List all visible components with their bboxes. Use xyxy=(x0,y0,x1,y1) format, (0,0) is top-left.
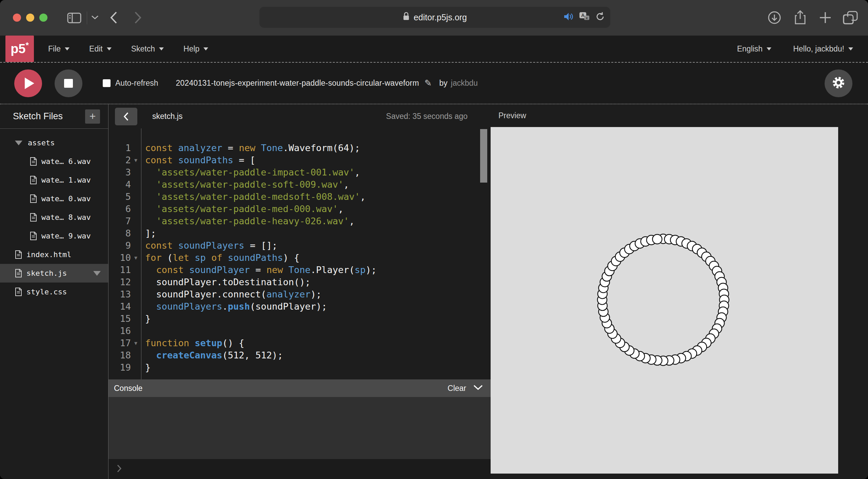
file-label: style.css xyxy=(26,288,67,296)
menu-help[interactable]: Help xyxy=(183,44,208,54)
fold-spacer xyxy=(131,240,141,252)
code-line-4[interactable]: 4 'assets/water-paddle-soft-009.wav', xyxy=(108,179,491,191)
fold-spacer xyxy=(131,313,141,325)
console-clear-button[interactable]: Clear xyxy=(448,384,466,393)
fold-spacer xyxy=(131,325,141,337)
edit-name-pencil-icon[interactable]: ✎ xyxy=(425,78,432,88)
code-line-7[interactable]: 7 'assets/water-paddle-heavy-026.wav', xyxy=(108,215,491,227)
file-wate-0.wav[interactable]: wate… 0.wav xyxy=(0,189,108,208)
address-bar[interactable]: editor.p5js.org Ax xyxy=(259,7,610,28)
code-line-6[interactable]: 6 'assets/water-paddle-med-000.wav', xyxy=(108,203,491,215)
byline: byjackbdu xyxy=(439,79,478,88)
code-text: ]; xyxy=(145,227,156,240)
sidebar-toggle-icon[interactable] xyxy=(66,11,82,26)
sketch-canvas[interactable] xyxy=(491,127,838,474)
minimize-window-button[interactable] xyxy=(26,14,34,22)
menu-sketch[interactable]: Sketch xyxy=(131,44,164,54)
code-line-11[interactable]: 11 const soundPlayer = new Tone.Player(s… xyxy=(108,264,491,276)
code-line-15[interactable]: 15} xyxy=(108,313,491,325)
play-button[interactable] xyxy=(14,69,42,97)
fold-arrow-icon[interactable]: ▼ xyxy=(131,154,141,166)
code-line-19[interactable]: 19} xyxy=(108,361,491,374)
close-window-button[interactable] xyxy=(13,14,21,22)
sidebar-title: Sketch Files xyxy=(13,111,63,122)
new-tab-icon[interactable] xyxy=(818,11,832,26)
share-icon[interactable] xyxy=(793,9,808,27)
code-text: } xyxy=(145,313,151,325)
chevron-down-icon xyxy=(848,47,853,50)
folder-caret-icon[interactable] xyxy=(15,141,22,145)
chevron-down-icon xyxy=(767,47,771,50)
file-wate-8.wav[interactable]: wate… 8.wav xyxy=(0,208,108,227)
tab-group-chevron-icon[interactable] xyxy=(91,15,99,21)
code-editor[interactable]: 1const analyzer = new Tone.Waveform(64);… xyxy=(108,128,491,379)
code-line-13[interactable]: 13 soundPlayer.connect(analyzer); xyxy=(108,288,491,300)
code-text: soundPlayers.push(soundPlayer); xyxy=(145,300,327,313)
prompt-chevron-icon xyxy=(117,464,122,474)
code-line-9[interactable]: 9const soundPlayers = []; xyxy=(108,240,491,252)
line-number: 3 xyxy=(108,166,131,179)
code-line-3[interactable]: 3 'assets/water-paddle-impact-001.wav', xyxy=(108,166,491,179)
audio-playing-icon[interactable] xyxy=(564,12,574,22)
add-file-button[interactable]: + xyxy=(85,109,100,124)
browser-chrome: editor.p5js.org Ax xyxy=(0,0,868,36)
code-line-5[interactable]: 5 'assets/water-paddle-medsoft-008.wav', xyxy=(108,191,491,203)
account-dropdown[interactable]: Hello, jackbdu! xyxy=(793,44,853,54)
menu-bar: FileEditSketchHelp xyxy=(48,44,208,54)
chevron-down-icon xyxy=(65,47,70,50)
stop-button[interactable] xyxy=(55,69,82,97)
code-line-14[interactable]: 14 soundPlayers.push(soundPlayer); xyxy=(108,300,491,313)
code-line-2[interactable]: 2▼const soundPaths = [ xyxy=(108,154,491,166)
author-link[interactable]: jackbdu xyxy=(451,79,478,87)
fold-arrow-icon[interactable]: ▼ xyxy=(131,252,141,264)
zoom-window-button[interactable] xyxy=(39,14,47,22)
file-label: sketch.js xyxy=(26,269,67,277)
code-line-1[interactable]: 1const analyzer = new Tone.Waveform(64); xyxy=(108,142,491,154)
translate-icon[interactable]: Ax xyxy=(579,12,590,23)
line-number: 4 xyxy=(108,179,131,191)
console-input[interactable] xyxy=(108,459,491,479)
sketch-toolbar: Auto-refresh 20240131-tonejs-experiment-… xyxy=(0,63,868,104)
fold-arrow-icon[interactable]: ▼ xyxy=(131,337,141,349)
console-collapse-chevron-icon[interactable] xyxy=(473,385,483,392)
fold-spacer xyxy=(131,203,141,215)
file-menu-caret-icon[interactable] xyxy=(93,271,101,276)
collapse-sidebar-button[interactable] xyxy=(115,108,137,125)
reload-icon[interactable] xyxy=(595,12,605,23)
code-line-8[interactable]: 8]; xyxy=(108,227,491,240)
download-icon[interactable] xyxy=(767,10,782,26)
file-wate-9.wav[interactable]: wate… 9.wav xyxy=(0,227,108,245)
language-dropdown[interactable]: English xyxy=(737,44,771,54)
editor-scrollbar[interactable] xyxy=(480,129,487,183)
tab-overview-icon[interactable] xyxy=(843,10,859,26)
code-text: 'assets/water-paddle-medsoft-008.wav', xyxy=(145,191,366,203)
tab-sketch-js[interactable]: sketch.js xyxy=(152,112,182,121)
greeting-label: Hello, jackbdu! xyxy=(793,44,844,54)
file-tree: assetswate… 6.wavwate… 1.wavwate… 0.wavw… xyxy=(0,129,108,301)
code-text: createCanvas(512, 512); xyxy=(145,349,283,361)
console-output xyxy=(108,397,491,459)
file-wate-6.wav[interactable]: wate… 6.wav xyxy=(0,152,108,171)
settings-button[interactable] xyxy=(825,69,852,97)
file-sketch.js[interactable]: sketch.js xyxy=(0,264,108,283)
code-line-12[interactable]: 12 soundPlayer.toDestination(); xyxy=(108,276,491,288)
code-line-18[interactable]: 18 createCanvas(512, 512); xyxy=(108,349,491,361)
back-icon[interactable] xyxy=(109,11,118,26)
forward-icon[interactable] xyxy=(134,11,142,26)
file-label: assets xyxy=(28,139,55,147)
file-wate-1.wav[interactable]: wate… 1.wav xyxy=(0,171,108,189)
menu-edit[interactable]: Edit xyxy=(89,44,112,54)
file-style.css[interactable]: style.css xyxy=(0,283,108,301)
code-line-17[interactable]: 17▼function setup() { xyxy=(108,337,491,349)
editor-panel: sketch.js Saved: 35 seconds ago 1const a… xyxy=(108,104,491,479)
p5-logo[interactable]: p5* xyxy=(5,36,34,62)
folder-assets[interactable]: assets xyxy=(0,133,108,152)
file-index.html[interactable]: index.html xyxy=(0,245,108,264)
code-line-16[interactable]: 16 xyxy=(108,325,491,337)
menu-file[interactable]: File xyxy=(48,44,70,54)
auto-refresh-checkbox[interactable] xyxy=(103,79,111,87)
fold-spacer xyxy=(131,264,141,276)
code-line-10[interactable]: 10▼for (let sp of soundPaths) { xyxy=(108,252,491,264)
line-number: 8 xyxy=(108,227,131,240)
code-text: 'assets/water-paddle-heavy-026.wav', xyxy=(145,215,355,227)
